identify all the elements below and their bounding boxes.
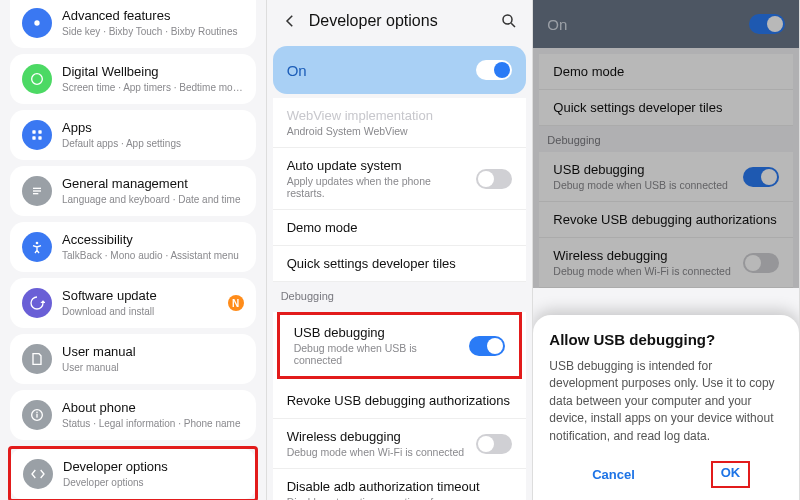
- item-title: Revoke USB debugging authorizations: [287, 393, 513, 408]
- item-sub: Default apps · App settings: [62, 138, 244, 150]
- row-quick-settings-tiles[interactable]: Quick settings developer tiles: [273, 246, 527, 282]
- toggle-auto-update[interactable]: [476, 169, 512, 189]
- settings-item-developer-options[interactable]: Developer optionsDeveloper options: [11, 449, 255, 499]
- row-wireless-debugging: Wireless debuggingDebug mode when Wi-Fi …: [539, 238, 793, 288]
- item-title: User manual: [62, 344, 244, 360]
- row-demo-mode[interactable]: Demo mode: [273, 210, 527, 246]
- item-sub: Apply updates when the phone restarts.: [287, 175, 469, 199]
- item-title: Apps: [62, 120, 244, 136]
- search-icon[interactable]: [498, 10, 520, 32]
- item-sub: Status · Legal information · Phone name: [62, 418, 244, 430]
- master-toggle[interactable]: [476, 60, 512, 80]
- settings-item-user-manual[interactable]: User manualUser manual: [10, 334, 256, 384]
- row-disable-adb-timeout[interactable]: Disable adb authorization timeout Disabl…: [273, 469, 527, 500]
- ok-button[interactable]: OK: [711, 461, 751, 488]
- item-title: Advanced features: [62, 8, 244, 24]
- item-sub: Debug mode when Wi-Fi is connected: [287, 446, 469, 458]
- item-sub: Disable automatic revocation of: [287, 496, 513, 500]
- svg-rect-5: [38, 136, 41, 139]
- about-icon: [22, 400, 52, 430]
- item-sub: User manual: [62, 362, 244, 374]
- row-usb-debugging[interactable]: USB debuggingDebug mode when USB is conn…: [280, 315, 520, 376]
- usb-debugging-dialog: Allow USB debugging? USB debugging is in…: [533, 315, 799, 500]
- settings-item-apps[interactable]: AppsDefault apps · App settings: [10, 110, 256, 160]
- highlight-developer-options: Developer optionsDeveloper options: [8, 446, 258, 500]
- item-title-cut: WebView implementation: [287, 108, 513, 123]
- manual-icon: [22, 344, 52, 374]
- wellbeing-icon: [22, 64, 52, 94]
- general-icon: [22, 176, 52, 206]
- item-title: Auto update system: [287, 158, 469, 173]
- svg-rect-3: [38, 130, 41, 133]
- dialog-body: USB debugging is intended for developmen…: [549, 358, 783, 445]
- settings-panel: Advanced featuresSide key · Bixby Touch …: [0, 0, 267, 500]
- item-title: Wireless debugging: [553, 248, 735, 263]
- toggle-usb-debugging[interactable]: [469, 336, 505, 356]
- svg-rect-4: [32, 136, 35, 139]
- item-title: Demo mode: [553, 64, 779, 79]
- developer-options-panel: Developer options On WebView implementat…: [267, 0, 534, 500]
- item-sub: Screen time · App timers · Bedtime mode: [62, 82, 244, 94]
- advanced-icon: [22, 8, 52, 38]
- item-title: General management: [62, 176, 244, 192]
- header-bar: Developer options: [267, 0, 533, 42]
- item-sub: Download and install: [62, 306, 218, 318]
- toggle-wireless-debugging: [743, 253, 779, 273]
- item-sub: Debug mode when USB is connected: [294, 342, 462, 366]
- settings-item-about-phone[interactable]: About phoneStatus · Legal information · …: [10, 390, 256, 440]
- row-quick-settings-tiles: Quick settings developer tiles: [539, 90, 793, 126]
- item-title: Developer options: [63, 459, 243, 475]
- notification-badge: N: [228, 295, 244, 311]
- accessibility-icon: [22, 232, 52, 262]
- item-title: Quick settings developer tiles: [287, 256, 513, 271]
- section-debugging: Debugging: [533, 126, 799, 152]
- row-webview[interactable]: WebView implementation Android System We…: [273, 98, 527, 148]
- item-title: About phone: [62, 400, 244, 416]
- master-toggle-row-dimmed: On: [533, 0, 799, 48]
- item-title: Software update: [62, 288, 218, 304]
- row-usb-debugging: USB debuggingDebug mode when USB is conn…: [539, 152, 793, 202]
- svg-point-9: [36, 242, 39, 245]
- master-toggle-row[interactable]: On: [273, 46, 527, 94]
- item-title: Disable adb authorization timeout: [287, 479, 513, 494]
- svg-rect-6: [33, 188, 41, 189]
- item-sub: Side key · Bixby Touch · Bixby Routines: [62, 26, 244, 38]
- item-title: Demo mode: [287, 220, 513, 235]
- item-title: USB debugging: [294, 325, 462, 340]
- item-sub: Debug mode when Wi-Fi is connected: [553, 265, 735, 277]
- on-label: On: [547, 16, 567, 33]
- settings-item-digital-wellbeing[interactable]: Digital WellbeingScreen time · App timer…: [10, 54, 256, 104]
- update-icon: [22, 288, 52, 318]
- svg-rect-8: [33, 193, 38, 194]
- settings-item-software-update[interactable]: Software updateDownload and install N: [10, 278, 256, 328]
- toggle-wireless-debugging[interactable]: [476, 434, 512, 454]
- developer-icon: [23, 459, 53, 489]
- svg-rect-2: [32, 130, 35, 133]
- page-title: Developer options: [309, 12, 499, 30]
- section-debugging: Debugging: [267, 282, 533, 308]
- svg-point-0: [34, 20, 39, 25]
- svg-rect-12: [36, 412, 37, 413]
- row-auto-update[interactable]: Auto update systemApply updates when the…: [273, 148, 527, 210]
- svg-rect-7: [33, 190, 41, 191]
- item-sub: Debug mode when USB is connected: [553, 179, 735, 191]
- cancel-button[interactable]: Cancel: [582, 461, 645, 488]
- item-sub: Developer options: [63, 477, 243, 489]
- dialog-panel: On Demo mode Quick settings developer ti…: [533, 0, 800, 500]
- item-title: USB debugging: [553, 162, 735, 177]
- svg-rect-11: [36, 414, 37, 418]
- settings-item-general-management[interactable]: General managementLanguage and keyboard …: [10, 166, 256, 216]
- item-sub: Language and keyboard · Date and time: [62, 194, 244, 206]
- row-revoke-auth: Revoke USB debugging authorizations: [539, 202, 793, 238]
- item-title: Accessibility: [62, 232, 244, 248]
- item-title: Revoke USB debugging authorizations: [553, 212, 779, 227]
- settings-item-advanced-features[interactable]: Advanced featuresSide key · Bixby Touch …: [10, 0, 256, 48]
- item-title: Quick settings developer tiles: [553, 100, 779, 115]
- row-wireless-debugging[interactable]: Wireless debuggingDebug mode when Wi-Fi …: [273, 419, 527, 469]
- svg-point-1: [32, 74, 43, 85]
- settings-item-accessibility[interactable]: AccessibilityTalkBack · Mono audio · Ass…: [10, 222, 256, 272]
- row-revoke-auth[interactable]: Revoke USB debugging authorizations: [273, 383, 527, 419]
- back-icon[interactable]: [279, 10, 301, 32]
- svg-point-13: [503, 15, 512, 24]
- toggle-usb-debugging: [743, 167, 779, 187]
